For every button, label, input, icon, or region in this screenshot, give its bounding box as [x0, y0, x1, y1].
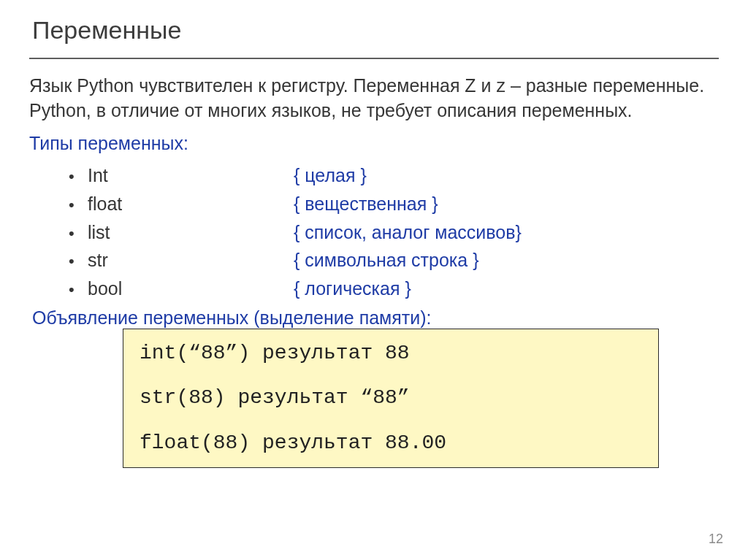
type-desc: { символьная строка } — [294, 246, 479, 275]
list-item: • bool { логическая } — [69, 275, 719, 303]
title-divider — [29, 58, 719, 59]
type-name: str — [88, 246, 294, 275]
type-desc: { целая } — [294, 161, 367, 190]
type-name: Int — [88, 161, 294, 190]
code-line: int(“88”) результат 88 — [140, 341, 642, 366]
code-example-box: int(“88”) результат 88 str(88) результат… — [123, 329, 659, 468]
bullet-icon: • — [69, 169, 88, 185]
types-list: • Int { целая } • float { вещественная }… — [69, 161, 719, 303]
list-item: • str { символьная строка } — [69, 246, 719, 275]
slide-title: Переменные — [32, 16, 719, 45]
type-name: bool — [88, 275, 294, 303]
type-name: float — [88, 190, 294, 218]
declaration-heading: Объявление переменных (выделение памяти)… — [32, 307, 719, 329]
type-desc: { список, аналог массивов} — [294, 218, 522, 247]
bullet-icon: • — [69, 282, 88, 298]
code-line: float(88) результат 88.00 — [140, 431, 642, 456]
type-name: list — [88, 218, 294, 247]
bullet-icon: • — [69, 226, 88, 242]
bullet-icon: • — [69, 197, 88, 213]
intro-paragraph: Язык Python чувствителен к регистру. Пер… — [29, 74, 719, 123]
list-item: • Int { целая } — [69, 161, 719, 190]
code-line: str(88) результат “88” — [140, 386, 642, 410]
page-number: 12 — [709, 532, 723, 547]
type-desc: { логическая } — [294, 275, 411, 303]
list-item: • float { вещественная } — [69, 190, 719, 218]
type-desc: { вещественная } — [294, 190, 438, 218]
types-heading: Типы переменных: — [29, 133, 719, 154]
bullet-icon: • — [69, 253, 88, 269]
list-item: • list { список, аналог массивов} — [69, 218, 719, 247]
